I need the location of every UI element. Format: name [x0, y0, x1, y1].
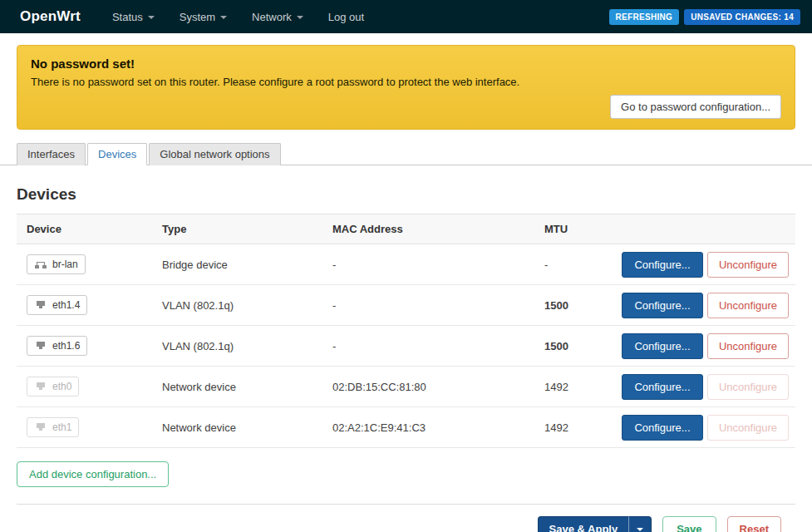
col-header-actions [611, 221, 795, 238]
table-row: eth1.4 VLAN (802.1q) - 1500 Configure...… [17, 285, 795, 326]
col-header-type: Type [152, 214, 322, 244]
reset-button[interactable]: Reset [727, 516, 781, 532]
device-badge: eth1 [27, 417, 79, 437]
device-badge: eth1.6 [27, 336, 87, 356]
menu-system-label: System [180, 11, 215, 23]
menu-network[interactable]: Network [252, 11, 303, 23]
configure-button[interactable]: Configure... [622, 293, 703, 318]
device-name: eth1.4 [52, 299, 80, 311]
add-device-configuration-button[interactable]: Add device configuration... [17, 461, 169, 487]
menu-network-label: Network [252, 11, 292, 23]
device-mtu: - [534, 259, 611, 271]
table-row: eth1.6 VLAN (802.1q) - 1500 Configure...… [17, 326, 795, 367]
ethernet-icon [34, 382, 47, 392]
table-row: eth1 Network device 02:A2:1C:E9:41:C3 14… [17, 407, 795, 448]
device-mtu: 1500 [534, 340, 611, 352]
alert-message: There is no password set on this router.… [31, 76, 781, 88]
device-mtu: 1492 [534, 421, 611, 434]
menu-system[interactable]: System [180, 11, 227, 23]
menu-status-label: Status [112, 11, 143, 23]
device-mtu: 1500 [534, 299, 611, 312]
save-apply-dropdown-toggle[interactable] [628, 516, 652, 532]
device-mtu: 1492 [534, 381, 611, 393]
menu-logout[interactable]: Log out [328, 11, 364, 23]
alert-actions: Go to password configuration... [31, 95, 781, 119]
configure-button[interactable]: Configure... [622, 252, 703, 278]
ethernet-icon [34, 422, 47, 432]
chevron-down-icon [220, 16, 227, 19]
tab-global-network-options[interactable]: Global network options [149, 143, 280, 165]
devices-table: Device Type MAC Address MTU br-lan Bridg… [17, 214, 795, 448]
device-mac: - [322, 299, 534, 312]
ethernet-icon [34, 341, 47, 351]
device-mac: 02:A2:1C:E9:41:C3 [322, 421, 534, 434]
password-warning-alert: No password set! There is no password se… [17, 45, 795, 130]
device-mac: - [322, 340, 534, 352]
nav-menus: Status System Network Log out [112, 11, 364, 23]
unconfigure-button: Unconfigure [707, 374, 789, 400]
tab-devices[interactable]: Devices [87, 143, 147, 165]
device-type: Network device [152, 421, 322, 434]
unsaved-changes-badge[interactable]: UNSAVED CHANGES: 14 [684, 9, 800, 25]
device-type: Bridge device [152, 259, 322, 271]
device-type: Network device [152, 381, 322, 393]
configure-button[interactable]: Configure... [622, 415, 703, 441]
unconfigure-button: Unconfigure [707, 415, 789, 441]
brand: OpenWrt [20, 8, 81, 25]
go-to-password-config-button[interactable]: Go to password configuration... [610, 95, 781, 119]
device-badge: eth1.4 [27, 295, 87, 315]
configure-button[interactable]: Configure... [622, 374, 703, 400]
unconfigure-button[interactable]: Unconfigure [707, 333, 789, 359]
unconfigure-button[interactable]: Unconfigure [707, 252, 789, 278]
ethernet-icon [34, 300, 47, 310]
device-badge: eth0 [27, 377, 79, 397]
chevron-down-icon [148, 16, 155, 19]
table-row: eth0 Network device 02:DB:15:CC:81:80 14… [17, 367, 795, 407]
tab-bar: Interfaces Devices Global network option… [0, 142, 812, 165]
device-name: br-lan [52, 259, 78, 270]
menu-logout-label: Log out [328, 11, 364, 23]
device-badge: br-lan [27, 254, 86, 274]
tab-interfaces[interactable]: Interfaces [17, 143, 86, 165]
refreshing-badge[interactable]: REFRESHING [609, 9, 680, 25]
table-row: br-lan Bridge device - - Configure... Un… [17, 244, 795, 285]
alert-title: No password set! [31, 57, 781, 71]
device-type: VLAN (802.1q) [152, 340, 322, 352]
navbar: OpenWrt Status System Network Log out RE… [0, 0, 812, 33]
unconfigure-button[interactable]: Unconfigure [707, 293, 789, 318]
configure-button[interactable]: Configure... [622, 333, 703, 359]
bridge-icon [34, 259, 47, 269]
menu-status[interactable]: Status [112, 11, 155, 23]
nav-badges: REFRESHING UNSAVED CHANGES: 14 [609, 9, 800, 25]
col-header-mtu: MTU [534, 214, 611, 244]
device-name: eth1.6 [52, 340, 80, 352]
page-title: Devices [17, 185, 795, 204]
col-header-device: Device [17, 214, 152, 244]
chevron-down-icon [637, 528, 643, 531]
chevron-down-icon [297, 16, 303, 19]
table-header: Device Type MAC Address MTU [17, 214, 795, 244]
device-mac: - [322, 259, 534, 271]
device-name: eth0 [52, 381, 71, 392]
footer-actions: Save & Apply Save Reset [17, 504, 795, 532]
col-header-mac: MAC Address [322, 214, 534, 244]
device-mac: 02:DB:15:CC:81:80 [322, 381, 534, 393]
device-name: eth1 [52, 421, 71, 433]
save-apply-split-button: Save & Apply [538, 516, 652, 532]
save-button[interactable]: Save [662, 516, 716, 532]
save-apply-button[interactable]: Save & Apply [538, 516, 629, 532]
device-type: VLAN (802.1q) [152, 299, 322, 312]
